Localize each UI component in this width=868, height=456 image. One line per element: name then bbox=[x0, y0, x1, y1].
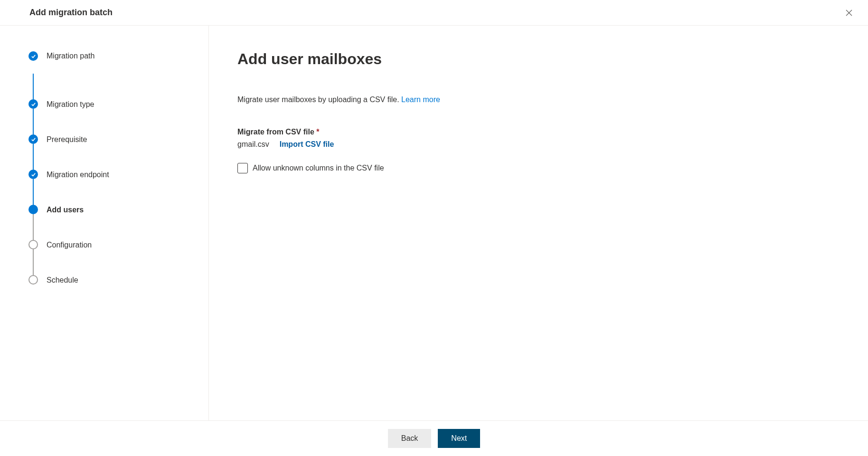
step-label: Migration endpoint bbox=[47, 171, 109, 179]
description-text: Migrate user mailboxes by uploading a CS… bbox=[237, 95, 840, 104]
file-row: gmail.csv Import CSV file bbox=[237, 140, 840, 149]
close-button[interactable] bbox=[844, 8, 854, 18]
learn-more-link[interactable]: Learn more bbox=[401, 95, 440, 104]
step-label: Configuration bbox=[47, 241, 92, 249]
page-heading: Add user mailboxes bbox=[237, 50, 840, 68]
pending-step-icon bbox=[28, 275, 38, 285]
step-list: Migration path Migration type Prerequisi… bbox=[28, 51, 208, 285]
close-icon bbox=[846, 10, 852, 16]
step-label: Add users bbox=[47, 206, 84, 214]
step-connector bbox=[33, 109, 34, 135]
check-icon bbox=[28, 99, 38, 109]
content-wrapper: Migration path Migration type Prerequisi… bbox=[0, 26, 868, 421]
step-prerequisite[interactable]: Prerequisite bbox=[28, 109, 208, 144]
back-button[interactable]: Back bbox=[388, 429, 432, 448]
required-indicator: * bbox=[316, 128, 319, 136]
allow-unknown-columns-row: Allow unknown columns in the CSV file bbox=[237, 163, 840, 173]
step-label: Prerequisite bbox=[47, 135, 87, 144]
allow-unknown-columns-label[interactable]: Allow unknown columns in the CSV file bbox=[253, 164, 384, 172]
wizard-steps-sidebar: Migration path Migration type Prerequisi… bbox=[0, 26, 209, 420]
wizard-header: Add migration batch bbox=[0, 0, 868, 26]
step-connector bbox=[33, 144, 34, 171]
step-add-users[interactable]: Add users bbox=[28, 179, 208, 214]
step-migration-endpoint[interactable]: Migration endpoint bbox=[28, 144, 208, 179]
csv-field-label-text: Migrate from CSV file bbox=[237, 128, 314, 136]
file-name: gmail.csv bbox=[237, 140, 269, 149]
check-icon bbox=[28, 51, 38, 61]
step-migration-type[interactable]: Migration type bbox=[28, 74, 208, 109]
step-schedule[interactable]: Schedule bbox=[28, 249, 208, 285]
check-icon bbox=[28, 134, 38, 144]
pending-step-icon bbox=[28, 240, 38, 249]
step-label: Migration type bbox=[47, 100, 94, 109]
step-migration-path[interactable]: Migration path bbox=[28, 51, 208, 61]
wizard-footer: Back Next bbox=[0, 421, 868, 456]
csv-field-label: Migrate from CSV file * bbox=[237, 128, 840, 136]
step-connector bbox=[33, 214, 34, 241]
description-body: Migrate user mailboxes by uploading a CS… bbox=[237, 95, 401, 104]
allow-unknown-columns-checkbox[interactable] bbox=[237, 163, 248, 173]
check-icon bbox=[28, 170, 38, 179]
wizard-title: Add migration batch bbox=[29, 8, 113, 18]
step-configuration[interactable]: Configuration bbox=[28, 214, 208, 249]
step-connector bbox=[33, 179, 34, 206]
next-button[interactable]: Next bbox=[438, 429, 480, 448]
step-label: Schedule bbox=[47, 276, 78, 285]
import-csv-button[interactable]: Import CSV file bbox=[280, 140, 334, 149]
current-step-icon bbox=[28, 205, 38, 214]
step-connector bbox=[33, 249, 34, 276]
main-content: Add user mailboxes Migrate user mailboxe… bbox=[209, 26, 868, 420]
step-label: Migration path bbox=[47, 52, 94, 60]
step-connector bbox=[33, 74, 34, 100]
